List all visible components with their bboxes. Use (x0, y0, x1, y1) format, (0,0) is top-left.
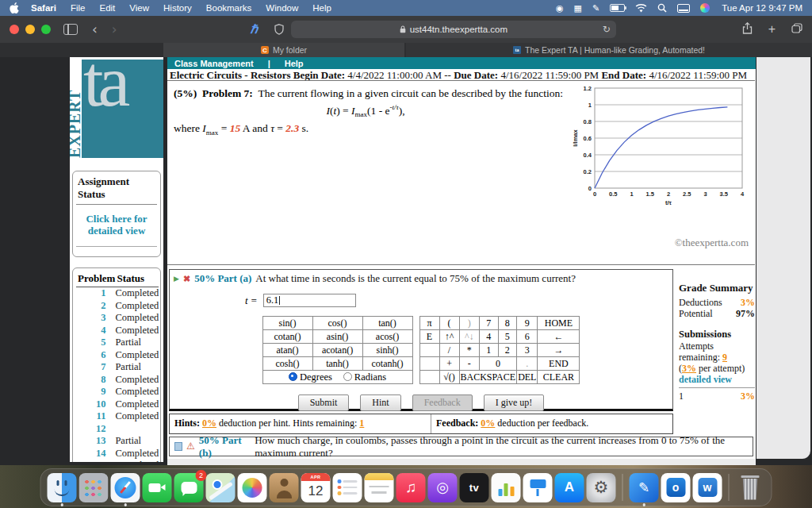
share-icon[interactable] (742, 22, 753, 37)
dock-finder-icon[interactable] (48, 473, 77, 502)
url-bar[interactable]: ust44tn.theexpertta.com ↻ (291, 21, 616, 38)
problem-number[interactable]: 13 (76, 435, 115, 448)
forward-button[interactable]: › (112, 23, 117, 37)
dock-notes-icon[interactable] (365, 473, 394, 502)
key-7[interactable]: 7 (480, 317, 499, 330)
key-cotan[interactable]: cotan() (262, 330, 312, 344)
sidebar-toggle-icon[interactable] (63, 24, 78, 35)
dock-music-icon[interactable]: ♫ (396, 473, 426, 502)
key-HOME[interactable]: HOME (538, 317, 580, 330)
dock-contacts-icon[interactable] (270, 473, 299, 502)
key-tan[interactable]: tan() (362, 317, 412, 330)
key-sinh[interactable]: sinh() (362, 344, 412, 357)
radians-radio[interactable]: Radians (343, 371, 386, 383)
problem-number[interactable]: 9 (76, 386, 115, 398)
key-cotanh[interactable]: cotanh() (362, 357, 412, 371)
dock-podcasts-icon[interactable]: ◎ (428, 473, 458, 502)
key-0[interactable]: 0 (480, 357, 517, 371)
screen-record-icon[interactable]: ◉ (556, 4, 564, 13)
dock-safari-icon[interactable] (111, 473, 140, 502)
menu-item-edit[interactable]: Edit (93, 3, 123, 13)
dock-pencil-app-icon[interactable]: ✎ (630, 473, 659, 502)
tab-overview-icon[interactable] (791, 22, 802, 37)
problem-number[interactable]: 7 (76, 361, 115, 374)
zoom-window-button[interactable] (41, 25, 51, 34)
tab-my-folder[interactable]: C My folder (163, 43, 404, 57)
problem-number[interactable]: 2 (76, 300, 115, 313)
display-icon[interactable]: ▦ (574, 4, 582, 13)
extension-h-icon[interactable]: ℏ (250, 22, 258, 37)
dock-system-preferences-icon[interactable]: ⚙ (587, 473, 616, 502)
dock-reminders-icon[interactable] (333, 473, 362, 502)
problem-number[interactable]: 4 (76, 325, 115, 337)
key-atan[interactable]: atan() (262, 344, 312, 357)
key-+[interactable]: + (439, 357, 459, 371)
key-4[interactable]: 4 (480, 330, 499, 344)
problem-number[interactable]: 5 (76, 337, 115, 349)
key-.[interactable]: . (517, 357, 538, 371)
key-BACKSPACE[interactable]: BACKSPACE (459, 371, 517, 384)
key-cosh[interactable]: cosh() (262, 357, 312, 371)
dock-launchpad-icon[interactable] (79, 473, 109, 502)
key-π[interactable]: π (419, 317, 439, 330)
tab-expert-ta[interactable]: ta The Expert TA | Human-like Grading, A… (406, 43, 812, 57)
feedback-button[interactable]: Feedback (412, 394, 473, 411)
dock-numbers-icon[interactable] (492, 473, 521, 502)
key-END[interactable]: END (538, 357, 580, 371)
detailed-view-link-2[interactable]: detailed view (679, 374, 755, 385)
dock-maps-icon[interactable] (206, 473, 236, 502)
menu-item-bookmarks[interactable]: Bookmarks (199, 3, 259, 13)
problem-number[interactable]: 10 (76, 398, 115, 411)
dock-apple-tv-icon[interactable]: tv (460, 473, 489, 502)
key-/[interactable]: / (439, 344, 459, 357)
key-←[interactable]: ← (538, 330, 580, 344)
key-([interactable]: ( (439, 317, 459, 330)
problem-number[interactable]: 12 (76, 423, 115, 436)
minimize-window-button[interactable] (25, 25, 35, 34)
problem-number[interactable]: 15 (76, 460, 115, 462)
key-cos[interactable]: cos() (312, 317, 362, 330)
key-acos[interactable]: acos() (362, 330, 412, 344)
dock-photos-icon[interactable] (238, 473, 267, 502)
key-1[interactable]: 1 (480, 344, 499, 357)
dock-settings-icon[interactable] (677, 4, 690, 13)
new-tab-icon[interactable]: + (768, 22, 776, 37)
problem-number[interactable]: 1 (76, 287, 115, 300)
menu-item-window[interactable]: Window (259, 3, 305, 13)
dock-word-icon[interactable]: w (693, 473, 722, 502)
dock-trash-icon[interactable] (736, 473, 765, 502)
wifi-icon[interactable] (635, 4, 647, 13)
key-DEL[interactable]: DEL (517, 371, 538, 384)
key-^↓[interactable]: ^↓ (459, 330, 480, 344)
key-)[interactable]: ) (459, 317, 480, 330)
menu-item-safari[interactable]: Safari (24, 3, 63, 13)
expand-triangle-icon[interactable]: ▶ (174, 275, 179, 283)
key-9[interactable]: 9 (517, 317, 538, 330)
dock-calendar-icon[interactable]: APR12 (301, 473, 331, 502)
dock-app-store-icon[interactable]: A (555, 473, 584, 502)
degrees-radio[interactable]: Degrees (289, 371, 332, 383)
key--[interactable]: - (459, 357, 480, 371)
dock-keynote-icon[interactable] (523, 473, 553, 502)
menu-item-history[interactable]: History (156, 3, 199, 13)
detailed-view-link[interactable]: Click here for detailed view (79, 213, 154, 237)
siri-icon[interactable] (700, 3, 710, 13)
give-up-button[interactable]: I give up! (484, 394, 545, 411)
key-2[interactable]: 2 (498, 344, 517, 357)
key-→[interactable]: → (538, 344, 580, 357)
problem-number[interactable]: 6 (76, 349, 115, 362)
problem-number[interactable]: 14 (76, 448, 115, 460)
dock-messages-icon[interactable]: 2 (174, 473, 204, 502)
key-↑^[interactable]: ↑^ (439, 330, 459, 344)
menu-help[interactable]: Help (285, 59, 304, 68)
apple-menu-icon[interactable] (10, 2, 19, 13)
key-8[interactable]: 8 (498, 317, 517, 330)
key-√()[interactable]: √() (439, 371, 459, 384)
shield-icon[interactable] (274, 24, 284, 35)
menu-item-file[interactable]: File (63, 3, 93, 13)
close-window-button[interactable] (10, 25, 19, 34)
problem-number[interactable]: 8 (76, 374, 115, 387)
menu-class-management[interactable]: Class Management (174, 59, 254, 68)
collapsed-square-icon[interactable] (174, 442, 182, 451)
key-*[interactable]: * (459, 344, 480, 357)
